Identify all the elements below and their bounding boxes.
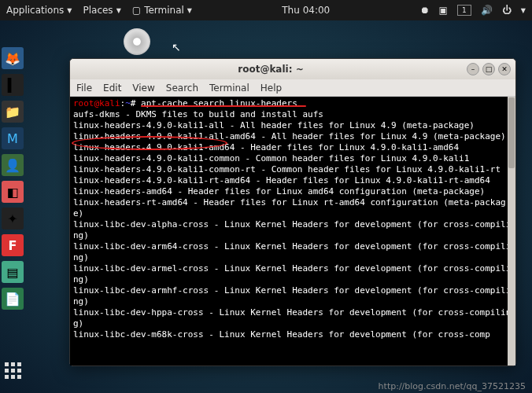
firefox-icon[interactable]: 🦊 [2,47,24,69]
terminal-window: root@kali: ~ – □ ✕ File Edit View Search… [69,58,516,366]
menu-file[interactable]: File [76,83,92,94]
menu-edit[interactable]: Edit [103,83,121,94]
clock[interactable]: Thu 04:00 [192,5,420,16]
active-app-indicator[interactable]: ▢Terminal▼ [132,5,192,16]
faraday-icon[interactable]: ▤ [2,261,24,283]
window-titlebar[interactable]: root@kali: ~ – □ ✕ [70,59,515,79]
terminal-scrollbar[interactable] [508,97,515,365]
mouse-cursor-icon: ↖ [172,41,181,53]
workspace-indicator[interactable]: 1 [457,5,471,16]
camera-icon[interactable]: ▣ [439,5,448,16]
leafpad-icon[interactable]: 📄 [2,288,24,310]
chevron-down-icon: ▼ [67,7,72,14]
burpsuite-icon[interactable]: ◧ [2,181,24,203]
terminal-icon[interactable]: ▍ [2,74,24,96]
chevron-down-icon: ▼ [116,7,121,14]
annotation-circle [72,136,227,150]
volume-icon[interactable]: 🔊 [481,5,493,16]
menu-help[interactable]: Help [260,83,282,94]
beef-icon[interactable]: F [2,234,24,256]
menu-terminal[interactable]: Terminal [209,83,249,94]
close-button[interactable]: ✕ [498,63,511,75]
scroll-thumb[interactable] [508,97,515,168]
annotation-underline [141,105,306,107]
menu-search[interactable]: Search [166,83,198,94]
terminal-icon: ▢ [132,5,141,16]
menu-view[interactable]: View [132,83,154,94]
maltego-icon[interactable]: ✦ [2,208,24,230]
metasploit-icon[interactable]: M [2,127,24,149]
watermark-text: http://blog.csdn.net/qq_37521235 [379,381,526,391]
favorites-dock: 🦊 ▍ 📁 M 👤 ◧ ✦ F ▤ 📄 [0,47,25,310]
armitage-icon[interactable]: 👤 [2,154,24,176]
show-apps-button[interactable] [5,362,21,379]
minimize-button[interactable]: – [467,63,479,75]
chevron-down-icon: ▼ [521,7,526,14]
recorder-icon[interactable]: ⏺ [420,5,430,16]
gnome-topbar: Applications▼ Places▼ ▢Terminal▼ Thu 04:… [0,0,532,20]
prompt-user: root@kali [73,98,120,108]
maximize-button[interactable]: □ [482,63,495,75]
places-menu[interactable]: Places▼ [83,5,120,16]
terminal-output[interactable]: root@kali:~# apt-cache search linux-head… [70,97,515,365]
window-title: root@kali: ~ [75,64,467,75]
disc-icon [124,28,150,55]
terminal-menubar: File Edit View Search Terminal Help [70,79,515,97]
applications-menu[interactable]: Applications▼ [6,5,72,16]
files-icon[interactable]: 📁 [2,101,24,123]
power-icon[interactable]: ⏻ [502,5,512,16]
command-text: apt-cache search linux-headers [141,98,297,108]
prompt-path: ~ [125,98,131,108]
